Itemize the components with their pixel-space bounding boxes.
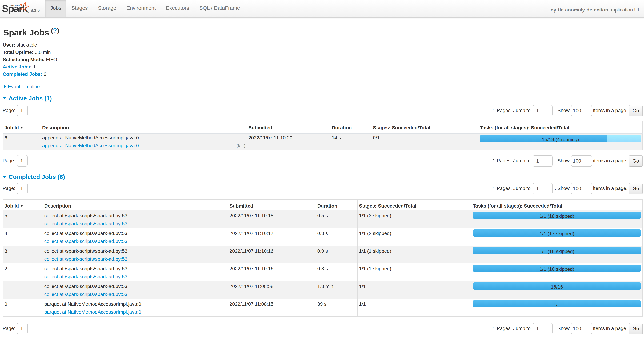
svg-text:™: ™ (27, 12, 29, 14)
